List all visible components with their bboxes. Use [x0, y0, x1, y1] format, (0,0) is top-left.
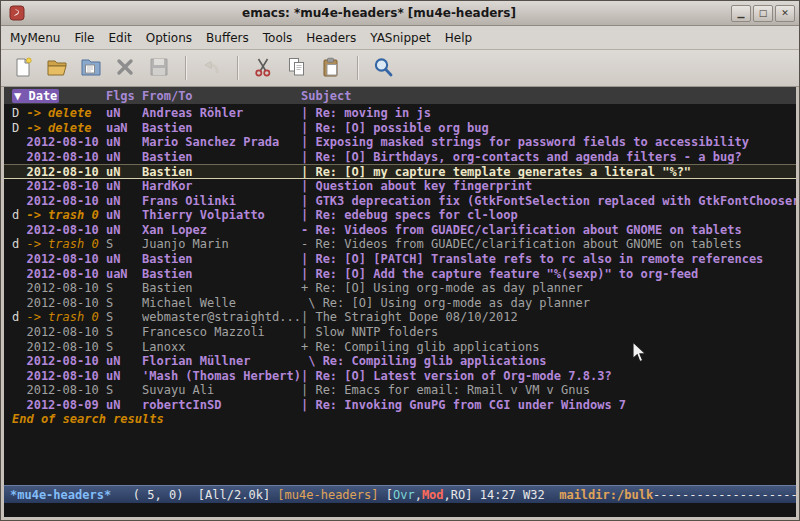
- message-row[interactable]: D-> deleteuNAndreas Röhler| Re: moving i…: [4, 106, 796, 121]
- modeline-segment-pl: [All/2.0k]: [198, 488, 277, 502]
- modeline-segment-dir: maildir:/bulk: [559, 488, 653, 502]
- message-date: 2012-08-10: [26, 165, 105, 179]
- menu-options[interactable]: Options: [139, 28, 199, 48]
- modeline-segment-pl: ]: [465, 488, 479, 502]
- message-subject: | Re: [O] Birthdays, org-contacts and ag…: [301, 150, 742, 165]
- menu-file[interactable]: File: [67, 28, 101, 48]
- message-flags: S: [106, 237, 142, 252]
- header-col-from[interactable]: From/To: [142, 89, 301, 103]
- modeline-segment-pl: ,: [415, 488, 422, 502]
- dired-button[interactable]: [75, 53, 107, 83]
- message-flags: uaN: [106, 267, 142, 282]
- message-flags: uN: [106, 135, 142, 150]
- close-button[interactable]: ✕: [775, 5, 795, 22]
- message-from: Bastien: [142, 150, 301, 165]
- message-row[interactable]: 2012-08-10SLanoxx+ Re: Compiling glib ap…: [4, 340, 796, 355]
- paste-button[interactable]: [315, 53, 347, 83]
- message-date: 2012-08-09: [26, 398, 105, 413]
- message-row[interactable]: 2012-08-10SSuvayu Ali| Re: Emacs for ema…: [4, 383, 796, 398]
- message-row[interactable]: 2012-08-10uNMario Sanchez Prada| Exposin…: [4, 135, 796, 150]
- modeline-segment-ovr: Ovr: [393, 488, 415, 502]
- sort-indicator-date[interactable]: ▼ Date: [12, 89, 59, 103]
- save-button: [143, 53, 175, 83]
- message-from: robertcInSD: [142, 398, 301, 413]
- message-row[interactable]: 2012-08-10SBastien+ Re: [O] Using org-mo…: [4, 281, 796, 296]
- menubar: MyMenuFileEditOptionsBuffersToolsHeaders…: [1, 26, 799, 50]
- message-date: 2012-08-10: [26, 383, 105, 398]
- message-from: Thierry Volpiatto: [142, 208, 301, 223]
- message-row[interactable]: 2012-08-10SFrancesco Mazzoli| Slow NNTP …: [4, 325, 796, 340]
- menu-tools[interactable]: Tools: [256, 28, 300, 48]
- message-flags: uN: [106, 369, 142, 384]
- menu-buffers[interactable]: Buffers: [199, 28, 256, 48]
- copy-button[interactable]: [281, 53, 313, 83]
- copy-icon: [286, 56, 308, 81]
- message-row[interactable]: 2012-08-10uNFrans Oilinki| GTK3 deprecat…: [4, 194, 796, 209]
- message-date: 2012-08-10: [26, 340, 105, 355]
- header-col-subject[interactable]: Subject: [301, 89, 352, 103]
- toolbar-separator: [237, 56, 239, 80]
- open-file-icon: [46, 56, 68, 81]
- message-flags: uaN: [106, 121, 142, 136]
- message-row[interactable]: 2012-08-10uNBastien| Re: [O] Birthdays, …: [4, 150, 796, 165]
- modeline-segment-pl: 14:27: [480, 488, 523, 502]
- modeline-segment-buf: *mu4e-headers*: [10, 488, 111, 502]
- message-date: -> delete: [26, 121, 105, 136]
- message-rows: D-> deleteuNAndreas Röhler| Re: moving i…: [4, 106, 796, 412]
- message-from: 'Mash (Thomas Herbert): [142, 369, 301, 384]
- new-file-button[interactable]: [7, 53, 39, 83]
- message-flags: uN: [106, 252, 142, 267]
- header-line: ▼ DateFlgsFrom/ToSubject: [4, 87, 796, 104]
- message-row[interactable]: 2012-08-10uNBastien| Re: [O] [PATCH] Tra…: [4, 252, 796, 267]
- message-subject: | The Straight Dope 08/10/2012: [301, 310, 518, 325]
- modeline-segment-mode: [mu4e-headers]: [277, 488, 385, 502]
- message-row[interactable]: 2012-08-09uNrobertcInSD| Re: Invoking Gn…: [4, 398, 796, 413]
- header-col-date[interactable]: ▼ Date: [12, 89, 106, 103]
- message-row[interactable]: 2012-08-10uNBastien| Re: [O] my capture …: [4, 164, 796, 179]
- message-date: 2012-08-10: [26, 150, 105, 165]
- undo-button: [195, 53, 227, 83]
- menu-edit[interactable]: Edit: [102, 28, 139, 48]
- message-row[interactable]: d-> trash 0uNThierry Volpiatto| Re: edeb…: [4, 208, 796, 223]
- kill-buffer-button[interactable]: [109, 53, 141, 83]
- minibuffer[interactable]: [4, 503, 796, 517]
- message-row[interactable]: 2012-08-10uN'Mash (Thomas Herbert)| Re: …: [4, 369, 796, 384]
- modeline: *mu4e-headers* ( 5, 0) [All/2.0k] [mu4e-…: [4, 485, 796, 503]
- menu-yasnippet[interactable]: YASnippet: [363, 28, 438, 48]
- message-row[interactable]: d-> trash 0SJuanjo Marin- Re: Videos fro…: [4, 237, 796, 252]
- message-subject: + Re: Compiling glib applications: [301, 340, 539, 355]
- menu-headers[interactable]: Headers: [299, 28, 363, 48]
- message-date: 2012-08-10: [26, 325, 105, 340]
- message-flags: uN: [106, 106, 142, 121]
- message-row[interactable]: 2012-08-10uNHardKor| Question about key …: [4, 179, 796, 194]
- message-date: 2012-08-10: [26, 135, 105, 150]
- message-list: D-> deleteuNAndreas Röhler| Re: moving i…: [4, 104, 796, 485]
- app-icon: [9, 5, 25, 21]
- menu-help[interactable]: Help: [438, 28, 479, 48]
- message-date: 2012-08-10: [26, 179, 105, 194]
- modeline-segment-pl: ( 5, 0): [111, 488, 198, 502]
- message-row[interactable]: D-> deleteuaNBastien| Re: [O] possible o…: [4, 121, 796, 136]
- header-col-flags[interactable]: Flgs: [106, 89, 142, 103]
- message-flags: uN: [106, 223, 142, 238]
- minimize-button[interactable]: ▁: [731, 5, 751, 22]
- message-row[interactable]: d-> trash 0Swebmaster@straightd...| The …: [4, 310, 796, 325]
- message-mark: d: [12, 237, 26, 252]
- message-from: Andreas Röhler: [142, 106, 301, 121]
- maximize-button[interactable]: □: [753, 5, 773, 22]
- message-date: 2012-08-10: [26, 194, 105, 209]
- message-row[interactable]: 2012-08-10uaNBastien| Re: [O] Add the ca…: [4, 267, 796, 282]
- message-flags: S: [106, 281, 142, 296]
- message-from: Xan Lopez: [142, 223, 301, 238]
- open-file-button[interactable]: [41, 53, 73, 83]
- message-row[interactable]: 2012-08-10uNXan Lopez- Re: Videos from G…: [4, 223, 796, 238]
- search-button[interactable]: [367, 53, 399, 83]
- cut-button[interactable]: [247, 53, 279, 83]
- toolbar: [1, 50, 799, 87]
- toolbar-separator: [185, 56, 187, 80]
- message-flags: uN: [106, 398, 142, 413]
- message-subject: | Exposing masked strings for password f…: [301, 135, 749, 150]
- message-row[interactable]: 2012-08-10SMichael Welle \ Re: [O] Using…: [4, 296, 796, 311]
- message-row[interactable]: 2012-08-10uNFlorian Müllner \ Re: Compil…: [4, 354, 796, 369]
- menu-mymenu[interactable]: MyMenu: [3, 28, 67, 48]
